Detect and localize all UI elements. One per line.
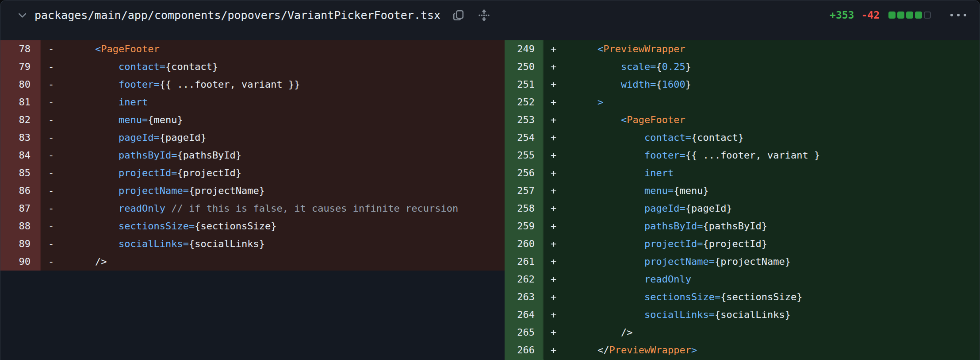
diff-row: 87- readOnly // if this is false, it cau… (0, 200, 505, 217)
line-number[interactable]: 255 (505, 147, 544, 164)
line-number[interactable]: 261 (505, 253, 544, 271)
line-number[interactable]: 78 (0, 40, 41, 58)
line-number[interactable]: 262 (505, 271, 544, 288)
diff-marker: + (551, 274, 556, 285)
line-number[interactable]: 249 (505, 40, 544, 58)
code-line: + </PreviewWrapper> (544, 341, 980, 359)
diff-row: 253+ <PageFooter (505, 111, 980, 129)
code-line: + > (544, 93, 980, 111)
change-block-filled (888, 12, 896, 19)
diff-row: 257+ menu={menu} (505, 182, 980, 200)
code-line: + /> (544, 324, 980, 341)
diff-row: 79- contact={contact} (0, 58, 505, 76)
code-line: - projectId={projectId} (41, 164, 505, 182)
line-number[interactable]: 258 (505, 200, 544, 217)
code-line: + <PageFooter (544, 111, 980, 129)
line-number[interactable]: 259 (505, 217, 544, 235)
diff-marker: + (551, 114, 556, 125)
diff-marker: + (551, 345, 556, 356)
code-line: + width={1600} (544, 76, 980, 93)
change-block-filled (897, 12, 904, 19)
diff-marker: - (48, 203, 54, 214)
diff-row: 82- menu={menu} (0, 111, 505, 129)
diff-marker: + (551, 61, 556, 72)
code-line: - projectName={projectName} (41, 182, 505, 200)
line-number[interactable]: 84 (0, 147, 41, 164)
line-number[interactable]: 90 (0, 253, 41, 271)
line-number[interactable]: 254 (505, 129, 544, 147)
line-number[interactable]: 265 (505, 324, 544, 341)
expand-vertical-icon[interactable] (476, 8, 492, 23)
diff-row: 260+ projectId={projectId} (505, 235, 980, 253)
code-line: - <PageFooter (41, 40, 505, 58)
deletions-count: -42 (861, 9, 880, 21)
line-number[interactable]: 79 (0, 58, 41, 76)
diff-row: 89- socialLinks={socialLinks} (0, 235, 505, 253)
change-block-filled (906, 12, 913, 19)
diff-stats: +353 -42 (830, 9, 966, 21)
line-number[interactable]: 264 (505, 306, 544, 324)
diff-marker: - (48, 256, 54, 267)
line-number[interactable]: 256 (505, 164, 544, 182)
code-line: + pageId={pageId} (544, 200, 980, 217)
diff-marker: - (48, 43, 54, 54)
diff-marker: - (48, 150, 54, 161)
diff-marker: + (551, 43, 556, 54)
line-number[interactable]: 87 (0, 200, 41, 217)
diff-row: 266+ </PreviewWrapper> (505, 341, 980, 359)
diff-row: 86- projectName={projectName} (0, 182, 505, 200)
diff-marker: - (48, 221, 54, 232)
code-line: + projectId={projectId} (544, 235, 980, 253)
line-number[interactable]: 251 (505, 76, 544, 93)
change-block-filled (915, 12, 922, 19)
diff-marker: - (48, 97, 54, 108)
code-line: + socialLinks={socialLinks} (544, 306, 980, 324)
diff-row: 90- /> (0, 253, 505, 271)
diff-marker: - (48, 185, 54, 196)
diff-marker: + (551, 221, 556, 232)
line-number[interactable]: 80 (0, 76, 41, 93)
diff-row: 85- projectId={projectId} (0, 164, 505, 182)
code-line: + inert (544, 164, 980, 182)
diff-marker: - (48, 114, 54, 125)
line-number[interactable]: 82 (0, 111, 41, 129)
code-line: + <PreviewWrapper (544, 40, 980, 58)
line-number[interactable]: 83 (0, 129, 41, 147)
diff-marker: + (551, 150, 556, 161)
line-number[interactable]: 266 (505, 341, 544, 359)
line-number[interactable]: 88 (0, 217, 41, 235)
line-number[interactable]: 263 (505, 288, 544, 306)
line-number[interactable]: 260 (505, 235, 544, 253)
line-number[interactable]: 250 (505, 58, 544, 76)
code-line: + sectionsSize={sectionsSize} (544, 288, 980, 306)
diff-marker: + (551, 256, 556, 267)
file-path: packages/main/app/components/popovers/Va… (34, 9, 440, 22)
diff-row: 265+ /> (505, 324, 980, 341)
diff-marker: + (551, 79, 556, 90)
line-number[interactable]: 81 (0, 93, 41, 111)
ellipsis-menu-icon[interactable] (950, 14, 966, 16)
diff-marker: + (551, 238, 556, 249)
line-number[interactable]: 89 (0, 235, 41, 253)
diff-marker: + (551, 97, 556, 108)
chevron-down-icon[interactable] (16, 9, 28, 21)
diff-row: 262+ readOnly (505, 271, 980, 288)
code-line: + pathsById={pathsById} (544, 217, 980, 235)
line-number[interactable]: 86 (0, 182, 41, 200)
diff-row: 259+ pathsById={pathsById} (505, 217, 980, 235)
code-line: - pageId={pageId} (41, 129, 505, 147)
line-number[interactable]: 85 (0, 164, 41, 182)
code-line: + scale={0.25} (544, 58, 980, 76)
diff-row: 263+ sectionsSize={sectionsSize} (505, 288, 980, 306)
line-number[interactable]: 253 (505, 111, 544, 129)
diff-row: 255+ footer={{ ...footer, variant } (505, 147, 980, 164)
diff-row: 251+ width={1600} (505, 76, 980, 93)
code-line: - footer={{ ...footer, variant }} (41, 76, 505, 93)
diff-marker: - (48, 167, 54, 178)
code-line: - readOnly // if this is false, it cause… (41, 200, 505, 217)
copy-icon[interactable] (451, 8, 466, 23)
line-number[interactable]: 252 (505, 93, 544, 111)
diff-row: 78- <PageFooter (0, 40, 505, 58)
diff-row: 264+ socialLinks={socialLinks} (505, 306, 980, 324)
line-number[interactable]: 257 (505, 182, 544, 200)
